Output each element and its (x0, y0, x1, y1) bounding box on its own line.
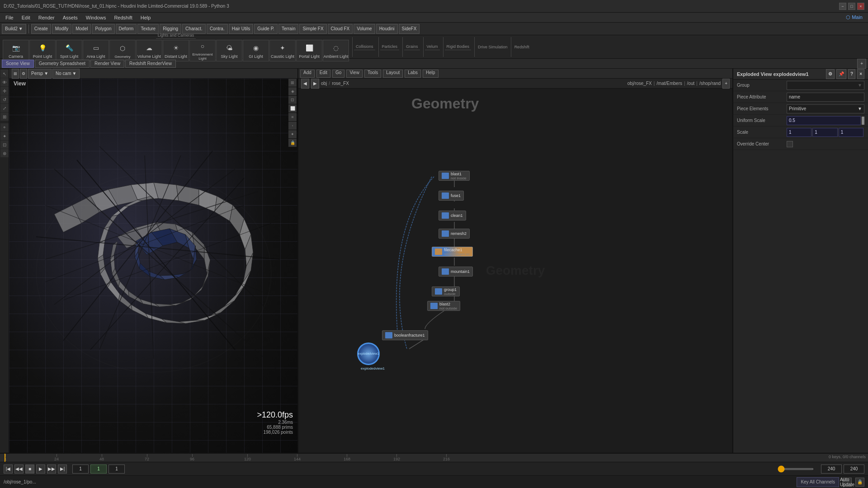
ambient-light-btn[interactable]: ◌ Ambient Light (323, 40, 349, 61)
volume-btn[interactable]: Volume (354, 24, 375, 34)
path-obj-rose-fx[interactable]: obj/rose_FX (627, 81, 652, 86)
rotate-tool[interactable]: ↺ (0, 95, 9, 103)
path-back-btn[interactable]: ◀ (301, 79, 309, 89)
key-all-channels-btn[interactable]: Key All Channels (797, 477, 839, 487)
ne-tools-btn[interactable]: Tools (364, 70, 381, 78)
tool-7[interactable]: ⊡ (0, 141, 9, 149)
menu-render[interactable]: Render (35, 14, 58, 21)
geometry-light-btn[interactable]: ⬡ Geometry (109, 40, 136, 61)
view-icon-5[interactable]: ≡ (288, 113, 297, 121)
tl-stop-btn[interactable]: ■ (25, 465, 34, 474)
prop-pin-btn[interactable]: 📌 (836, 69, 846, 79)
menu-help[interactable]: Help (137, 14, 155, 21)
ne-help-btn[interactable]: Help (423, 70, 439, 78)
prop-scale-z-input[interactable]: 1 (839, 128, 863, 137)
tl-start-frame-input[interactable]: 1 (72, 465, 89, 474)
sidefx-btn[interactable]: SideFX (399, 24, 420, 34)
tab-redshift-renderview[interactable]: Redshift RenderView (125, 60, 176, 68)
node-booleanfracture1[interactable]: booleanfracture1 (382, 330, 428, 340)
menu-assets[interactable]: Assets (59, 14, 81, 21)
node-blast1[interactable]: blast1 not Inside (439, 171, 470, 181)
select-tool[interactable]: ↖ (0, 70, 9, 78)
tl-step-back-btn[interactable]: ◀◀ (14, 465, 24, 474)
spot-light-btn[interactable]: 🔦 Spot Light (56, 40, 82, 61)
node-mountain1[interactable]: mountain1 (439, 267, 473, 277)
tl-play-real-btn[interactable]: ▶▶ (47, 465, 56, 474)
prop-piece-attr-input[interactable]: name (787, 93, 864, 102)
menu-file[interactable]: File (2, 14, 17, 21)
prop-help-btn[interactable]: ? (848, 69, 855, 79)
move-tool[interactable]: ✛ (0, 87, 9, 95)
tl-jump-start-btn[interactable]: |◀ (4, 465, 13, 474)
minimize-button[interactable]: − (839, 3, 846, 10)
path-forward-btn[interactable]: ▶ (311, 79, 319, 89)
menu-windows[interactable]: Windows (82, 14, 110, 21)
ne-go-btn[interactable]: Go (332, 70, 344, 78)
path-obj[interactable]: obj (321, 81, 327, 86)
node-blast2[interactable]: blast2 not outside (427, 301, 460, 311)
portal-light-btn[interactable]: ⬜ Portal Light (296, 40, 322, 61)
view-icon-1[interactable]: ⊞ (288, 79, 297, 87)
path-add-btn[interactable]: + (722, 79, 730, 89)
view-tool[interactable]: 👁 (0, 78, 9, 86)
node-explodedview1[interactable]: explodedview1 (357, 343, 380, 365)
path-rose-fx[interactable]: rose_FX (332, 81, 349, 86)
cam-btn[interactable]: No cam▼ (52, 69, 80, 79)
timeline-scrubber[interactable] (778, 468, 814, 470)
sky-light-btn[interactable]: 🌤 Sky Light (216, 40, 242, 61)
path-mat-embers[interactable]: /mat/Embers (656, 81, 682, 86)
node-group1[interactable]: group1 outside (432, 286, 460, 296)
tab-geometry-spreadsheet[interactable]: Geometry Spreadsheet (35, 60, 90, 68)
view-icon-6[interactable]: ◦ (288, 122, 297, 130)
maximize-button[interactable]: □ (848, 3, 855, 10)
volume-light-btn[interactable]: ☁ Volume Light (136, 40, 162, 61)
transform-tool[interactable]: ⊞ (0, 113, 9, 121)
tool-8[interactable]: ⊛ (0, 149, 9, 157)
tab-render-view[interactable]: Render View (90, 60, 124, 68)
ne-labs-btn[interactable]: Labs (405, 70, 421, 78)
node-filecache1[interactable]: filecache1 remesh.bgeo.sc (432, 247, 473, 257)
prop-options-btn[interactable]: ⚙ (826, 69, 835, 79)
caustic-light-btn[interactable]: ✦ Caustic Light (269, 40, 296, 61)
point-light-btn[interactable]: 💡 Point Light (29, 40, 56, 61)
tl-play-btn[interactable]: ▶ (36, 465, 45, 474)
gi-light-btn[interactable]: ◉ GI Light (243, 40, 269, 61)
tool-5[interactable]: ⌖ (0, 123, 9, 131)
menu-redshift[interactable]: Redshift (110, 14, 136, 21)
persp-btn[interactable]: Persp▼ (28, 69, 52, 79)
ne-edit-btn[interactable]: Edit (316, 70, 330, 78)
prop-scale-x-input[interactable]: 1 (787, 128, 811, 137)
tool-6[interactable]: ✦ (0, 132, 9, 140)
prop-override-center-checkbox[interactable] (787, 141, 793, 147)
view-icon-3[interactable]: ⊡ (288, 96, 297, 104)
prop-uniform-scale-input[interactable]: 0.5 (787, 116, 861, 125)
path-out[interactable]: /out (687, 81, 695, 86)
distant-light-btn[interactable]: ☀ Distant Light (163, 40, 189, 61)
env-light-btn[interactable]: ○ Environment Light (189, 40, 216, 61)
scale-tool[interactable]: ⤢ (0, 104, 9, 112)
lock-btn[interactable]: 🔒 (855, 478, 864, 487)
auto-update-btn[interactable]: Auto Update (843, 478, 852, 487)
snap-to-grid-btn[interactable]: ⊞ (12, 69, 19, 79)
prop-close-btn[interactable]: × (857, 69, 864, 79)
close-button[interactable]: × (857, 3, 864, 10)
tl-jump-end-btn[interactable]: ▶| (58, 465, 67, 474)
node-canvas[interactable]: Geometry Geometry (298, 89, 732, 453)
tl-total-frames-1[interactable]: 240 (821, 465, 842, 474)
node-fuse1[interactable]: fuse1 (439, 191, 464, 201)
houdini-btn[interactable]: Houdini (376, 24, 398, 34)
viewport-canvas[interactable]: View >120.0fps 2.36ms 65,888 prims 198,0… (9, 79, 297, 453)
add-view-btn[interactable]: + (857, 59, 866, 69)
tl-end-frame-input[interactable]: 1 (108, 465, 125, 474)
prop-scale-y-input[interactable]: 1 (812, 128, 837, 137)
ne-layout-btn[interactable]: Layout (383, 70, 403, 78)
node-clean1[interactable]: clean1 (439, 211, 466, 221)
menu-edit[interactable]: Edit (18, 14, 34, 21)
ne-view-btn[interactable]: View (346, 70, 363, 78)
prop-group-input[interactable]: ▼ (787, 81, 864, 90)
ne-add-btn[interactable]: Add (300, 70, 315, 78)
view-icon-2[interactable]: ◈ (288, 87, 297, 95)
view-icon-8[interactable]: 🔒 (288, 139, 297, 147)
area-light-btn[interactable]: ▭ Area Light (83, 40, 109, 61)
display-options-btn[interactable]: ⚙ (20, 69, 27, 79)
